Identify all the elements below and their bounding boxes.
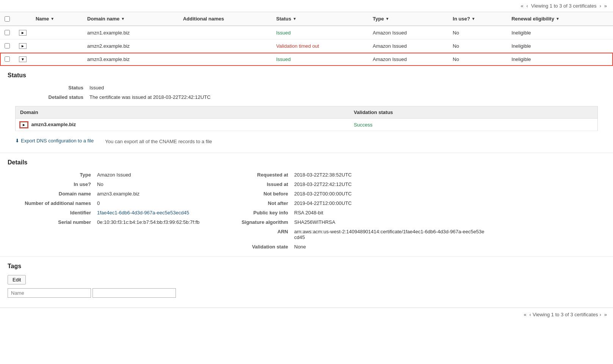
details-right-grid: Requested at 2018-03-22T22:38:52UTC Issu… [220, 171, 485, 250]
export-row: ⬇ Export DNS configuration to a file You… [8, 135, 605, 147]
th-type[interactable]: Type ▼ [368, 12, 448, 26]
validation-table: Domain Validation status ► amzn3.example… [15, 106, 598, 131]
domain-name-value: amzn3.example.biz [97, 190, 220, 197]
bottom-next-page-btn[interactable]: › [598, 311, 602, 318]
th-additional-names: Additional names [179, 12, 272, 26]
validation-row[interactable]: ► amzn3.example.biz Success [16, 119, 598, 131]
row1-expand-btn[interactable]: ► [19, 30, 27, 36]
tags-section-title: Tags [8, 263, 605, 270]
th-status[interactable]: Status ▼ [271, 12, 368, 26]
page-wrapper: « ‹ Viewing 1 to 3 of 3 certificates › »… [0, 0, 613, 364]
row3-in-use: No [448, 53, 507, 66]
not-before-value: 2018-03-22T00:00:00UTC [294, 190, 485, 197]
row2-checkbox[interactable] [5, 43, 10, 48]
tag-inputs-row [8, 288, 605, 298]
row3-domain: amzn3.example.biz [83, 53, 179, 66]
row3-expand-btn[interactable]: ▼ [19, 56, 27, 62]
validation-th-domain: Domain [16, 106, 350, 119]
issued-at-label: Issued at [220, 181, 288, 188]
export-dns-link[interactable]: ⬇ Export DNS configuration to a file [15, 138, 94, 144]
row1-name-cell [31, 26, 83, 39]
requested-at-label: Requested at [220, 171, 288, 178]
first-page-btn[interactable]: « [519, 2, 525, 9]
type-value: Amazon Issued [97, 171, 220, 178]
row2-domain: amzn2.example.biz [83, 39, 179, 53]
status-section-title: Status [8, 72, 605, 79]
type-sort-icon: ▼ [386, 17, 389, 21]
status-detail-grid: Status Issued Detailed status The certif… [8, 84, 273, 101]
detailed-status-label: Detailed status [8, 94, 83, 101]
tag-value-input[interactable] [92, 288, 176, 298]
edit-tags-button[interactable]: Edit [8, 275, 26, 284]
row1-additional-names [179, 26, 272, 39]
row2-additional-names [179, 39, 272, 53]
row1-expand-cell: ► [14, 26, 31, 39]
arn-label: ARN [220, 228, 288, 241]
bottom-pagination-label: Viewing 1 to 3 of 3 certificates [533, 312, 598, 317]
th-renewal-eligibility[interactable]: Renewal eligibility ▼ [507, 12, 613, 26]
in-use-label: In use? [8, 181, 91, 188]
identifier-label: Identifier [8, 209, 91, 216]
serial-number-value: 0e:10:30:f3:1c:b4:1e:b7:54:bb:f3:99:62:5… [97, 219, 220, 226]
additional-names-value: 0 [97, 200, 220, 207]
status-section: Status Status Issued Detailed status The… [0, 66, 613, 153]
row1-type: Amazon Issued [368, 26, 448, 39]
row3-expand-cell: ▼ [14, 53, 31, 66]
download-icon: ⬇ [15, 138, 19, 144]
th-domain-name[interactable]: Domain name ▼ [83, 12, 179, 26]
th-name[interactable]: Name ▼ [31, 12, 83, 26]
status-sort-icon: ▼ [293, 17, 296, 21]
certificates-table: Name ▼ Domain name ▼ Additional names St… [0, 12, 613, 66]
identifier-link[interactable]: 1fae4ec1-6db6-4d3d-967a-eec5e53ecd45 [97, 210, 189, 216]
serial-number-label: Serial number [8, 219, 91, 226]
not-after-label: Not after [220, 200, 288, 207]
bottom-prev-page-btn[interactable]: ‹ [528, 311, 533, 318]
bottom-first-page-btn[interactable]: « [522, 311, 528, 318]
row1-checkbox[interactable] [5, 30, 10, 35]
in-use-value: No [97, 181, 220, 188]
details-left-col: Type Amazon Issued In use? No Domain nam… [8, 171, 220, 250]
status-value: Issued [89, 84, 273, 91]
last-page-btn[interactable]: » [603, 2, 608, 9]
status-label: Status [8, 84, 83, 91]
table-row[interactable]: ► amzn2.example.biz Validation timed out… [0, 39, 613, 53]
row3-name-cell [31, 53, 83, 66]
row3-checkbox[interactable] [5, 56, 10, 62]
validation-status-cell: Success [349, 119, 597, 131]
not-after-value: 2019-04-22T12:00:00UTC [294, 200, 485, 207]
table-row[interactable]: ► amzn1.example.biz Issued Amazon Issued… [0, 26, 613, 39]
details-right-col: Requested at 2018-03-22T22:38:52UTC Issu… [220, 171, 605, 250]
bottom-last-page-btn[interactable]: » [603, 311, 608, 318]
validation-state-value: None [294, 243, 485, 250]
issued-at-value: 2018-03-22T22:42:12UTC [294, 181, 485, 188]
arn-value: arn:aws:acm:us-west-2:140948901414:certi… [294, 228, 485, 241]
row2-name-cell [31, 39, 83, 53]
prev-page-btn[interactable]: ‹ [525, 2, 530, 9]
row1-renewal: Ineligible [507, 26, 613, 39]
row2-checkbox-cell [0, 39, 14, 53]
public-key-info-label: Public key info [220, 209, 288, 216]
row1-checkbox-cell [0, 26, 14, 39]
tags-section: Tags Edit [0, 257, 613, 304]
next-page-btn[interactable]: › [598, 2, 602, 9]
th-checkbox [0, 12, 14, 26]
not-before-label: Not before [220, 190, 288, 197]
table-row[interactable]: ▼ amzn3.example.biz Issued Amazon Issued… [0, 53, 613, 66]
row3-additional-names [179, 53, 272, 66]
details-section-title: Details [8, 159, 605, 166]
validation-row-expand-btn[interactable]: ► [20, 122, 28, 128]
row2-expand-btn[interactable]: ► [19, 43, 27, 49]
row3-renewal: Ineligible [507, 53, 613, 66]
th-expand [14, 12, 31, 26]
details-two-column: Type Amazon Issued In use? No Domain nam… [8, 171, 605, 250]
select-all-checkbox[interactable] [5, 16, 10, 22]
domain-sort-icon: ▼ [121, 17, 125, 21]
details-left-grid: Type Amazon Issued In use? No Domain nam… [8, 171, 220, 226]
th-in-use[interactable]: In use? ▼ [448, 12, 507, 26]
type-label: Type [8, 171, 91, 178]
row2-status: Validation timed out [271, 39, 368, 53]
signature-algorithm-value: SHA256WITHRSA [294, 219, 485, 226]
validation-domain-cell: ► amzn3.example.biz [16, 119, 350, 131]
row1-in-use: No [448, 26, 507, 39]
tag-name-input[interactable] [8, 288, 91, 298]
